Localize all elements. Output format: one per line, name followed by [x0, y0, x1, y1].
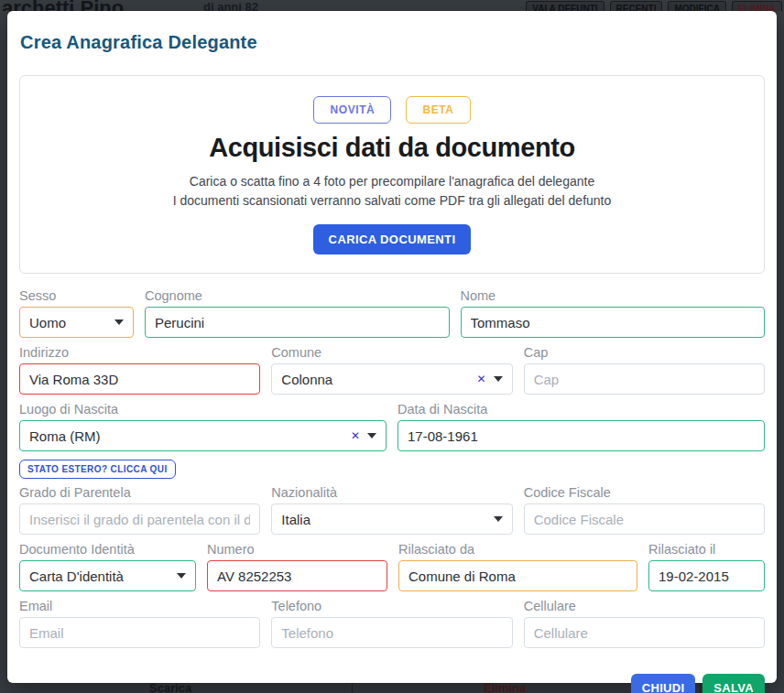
nazionalita-label: Nazionalità [271, 484, 512, 501]
indirizzo-input[interactable] [19, 363, 260, 395]
nazionalita-value: Italia [281, 512, 485, 527]
codice-fiscale-label: Codice Fiscale [524, 484, 765, 501]
sesso-select[interactable]: Uomo [19, 307, 134, 338]
nome-input[interactable] [461, 307, 766, 338]
numero-label: Numero [207, 541, 387, 558]
email-label: Email [19, 598, 260, 614]
chevron-down-icon [494, 516, 503, 522]
documento-identita-value: Carta D'identità [29, 568, 169, 584]
cap-input[interactable] [524, 363, 765, 395]
comune-value: Colonna [281, 372, 469, 387]
cognome-input[interactable] [145, 307, 450, 338]
background-button-recenti: RECENTI [610, 1, 663, 11]
background-deceased-name: archetti Pino [2, 0, 124, 11]
grado-di-parentela-label: Grado di Parentela [19, 484, 260, 501]
documento-identita-select[interactable]: Carta D'identità [19, 560, 196, 591]
chevron-down-icon [114, 319, 124, 325]
background-button-modifica: MODIFICA [668, 1, 725, 11]
carica-documenti-button[interactable]: CARICA DOCUMENTI [313, 224, 472, 254]
email-input[interactable] [19, 617, 260, 648]
sesso-label: Sesso [19, 287, 134, 304]
cap-label: Cap [524, 344, 765, 361]
stato-estero-button[interactable]: STATO ESTERO? CLICCA QUI [19, 460, 176, 479]
acquire-document-subtitle-2: I documenti scansionati verranno salvati… [35, 191, 749, 211]
background-page-header: archetti Pino di anni 82 VAI A DEFUNTI R… [0, 0, 784, 11]
luogo-di-nascita-value: Roma (RM) [29, 428, 343, 444]
acquire-document-card: NOVITÀ BETA Acquisisci dati da documento… [19, 75, 765, 274]
clear-icon[interactable]: ✕ [477, 374, 486, 384]
background-deceased-age: di anni 82 [203, 0, 258, 11]
novita-badge: NOVITÀ [313, 96, 391, 124]
numero-input[interactable] [207, 560, 387, 591]
rilasciato-il-label: Rilasciato il [648, 541, 765, 558]
nome-label: Nome [461, 287, 766, 304]
rilasciato-il-input[interactable] [648, 560, 765, 591]
sesso-value: Uomo [29, 315, 107, 330]
telefono-input[interactable] [271, 617, 512, 648]
nazionalita-select[interactable]: Italia [271, 504, 512, 535]
documento-identita-label: Documento Identità [19, 541, 196, 558]
acquire-document-subtitle-1: Carica o scatta fino a 4 foto per precom… [35, 172, 749, 191]
data-di-nascita-label: Data di Nascita [397, 401, 765, 417]
indirizzo-label: Indirizzo [19, 344, 260, 361]
cellulare-input[interactable] [524, 617, 765, 648]
luogo-di-nascita-label: Luogo di Nascita [19, 401, 387, 417]
chevron-down-icon [494, 376, 503, 382]
cognome-label: Cognome [145, 287, 450, 304]
background-button-vai-a-defunti: VAI A DEFUNTI [526, 1, 604, 11]
data-di-nascita-input[interactable] [397, 420, 765, 451]
beta-badge: BETA [406, 96, 470, 124]
rilasciato-da-label: Rilasciato da [398, 541, 637, 558]
chevron-down-icon [177, 573, 186, 579]
luogo-di-nascita-select[interactable]: Roma (RM) ✕ [19, 420, 387, 451]
clear-icon[interactable]: ✕ [351, 430, 360, 441]
cellulare-label: Cellulare [524, 598, 765, 614]
acquire-document-heading: Acquisisci dati da documento [35, 133, 749, 163]
chevron-down-icon [367, 433, 376, 439]
comune-select[interactable]: Colonna ✕ [271, 363, 512, 395]
background-button-elimina: ELIMINA [732, 1, 782, 11]
crea-anagrafica-delegante-dialog: Crea Anagrafica Delegante NOVITÀ BETA Ac… [7, 11, 777, 683]
chiudi-button[interactable]: CHIUDI [631, 674, 696, 693]
salva-button[interactable]: SALVA [702, 674, 765, 693]
grado-di-parentela-input[interactable] [19, 504, 260, 535]
comune-label: Comune [271, 344, 512, 361]
dialog-title: Crea Anagrafica Delegante [20, 32, 764, 53]
rilasciato-da-input[interactable] [398, 560, 637, 591]
telefono-label: Telefono [271, 598, 512, 614]
codice-fiscale-input[interactable] [524, 504, 765, 535]
